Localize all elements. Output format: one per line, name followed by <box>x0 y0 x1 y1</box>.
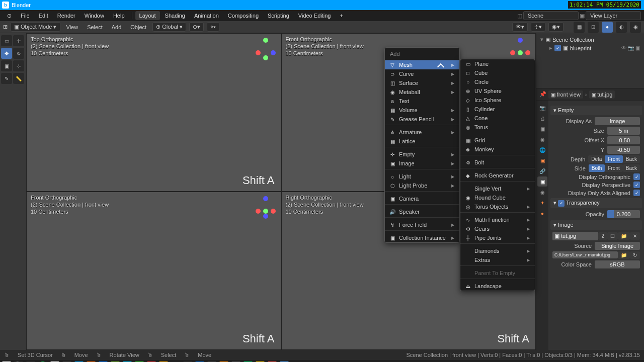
offset-x-field[interactable]: -0.50 <box>607 136 640 144</box>
menu-file[interactable]: File <box>17 11 34 20</box>
tab-particles[interactable]: ✦ <box>537 198 547 208</box>
tool-annotate[interactable]: ✎ <box>1 73 12 84</box>
nav-gizmo[interactable] <box>510 38 530 58</box>
gizmo-toggle[interactable]: ⊹▾ <box>531 22 545 32</box>
workspace-animation[interactable]: Animation <box>190 11 223 20</box>
panel-image[interactable]: ▾ Image <box>550 220 642 230</box>
workspace-add[interactable]: + <box>336 11 347 20</box>
viewport-top-left[interactable]: Top Orthographic (2) Scene Collection | … <box>26 33 281 192</box>
mesh-submenu-landscape[interactable]: ⛰Landscape <box>460 282 535 291</box>
depth-back[interactable]: Back <box>623 155 640 163</box>
open-image-button[interactable]: 📁 <box>618 232 630 240</box>
browse-button[interactable]: 📁 <box>618 251 630 259</box>
shading-preview[interactable]: ◐ <box>616 22 627 33</box>
panel-transparency[interactable]: ▾ ✓ Transparency <box>550 198 642 208</box>
mesh-submenu-cylinder[interactable]: ▯Cylinder <box>460 105 535 114</box>
add-menu-camera[interactable]: ▣Camera <box>385 194 459 203</box>
snap-toggle[interactable]: ⌖▾ <box>207 22 219 32</box>
tab-material[interactable]: ● <box>537 208 547 218</box>
tool-measure[interactable]: 📏 <box>13 73 24 84</box>
source-field[interactable]: Single Image <box>595 242 640 250</box>
mesh-submenu-uv-sphere[interactable]: ⊕UV Sphere <box>460 86 535 96</box>
breadcrumb-image[interactable]: ▣ tut.jpg <box>589 90 615 99</box>
mesh-submenu-monkey[interactable]: ☻Monkey <box>460 145 535 154</box>
collapse-icon[interactable]: ▾ <box>540 36 543 43</box>
side-both[interactable]: Both <box>589 164 605 172</box>
workspace-shading[interactable]: Shading <box>161 11 189 20</box>
tab-physics[interactable]: ◉ <box>537 187 547 197</box>
add-menu-volume[interactable]: ▦Volume▶ <box>385 106 459 115</box>
mesh-submenu-cube[interactable]: □Cube <box>460 68 535 77</box>
add-menu-image[interactable]: ▣Image▶ <box>385 159 459 168</box>
mesh-submenu-round-cube[interactable]: ◉Round Cube <box>460 193 535 202</box>
viewlayer-field[interactable]: View Layer <box>586 11 641 20</box>
add-menu-light[interactable]: ☼Light▶ <box>385 172 459 181</box>
mesh-submenu-cone[interactable]: △Cone <box>460 114 535 123</box>
orientation-selector[interactable]: ⊕ Global ▾ <box>152 22 186 32</box>
editor-type-icon[interactable]: ⊞ <box>3 24 8 30</box>
mesh-submenu-diamonds[interactable]: Diamonds▶ <box>460 246 535 255</box>
add-menu-surface[interactable]: ◫Surface▶ <box>385 78 459 87</box>
mesh-submenu-pipe-joints[interactable]: ┼Pipe Joints▶ <box>460 233 535 242</box>
tab-viewlayer[interactable]: ▣ <box>537 124 547 134</box>
tab-world[interactable]: 🌐 <box>537 145 547 155</box>
unlink-image-button[interactable]: ✕ <box>630 232 640 240</box>
blender-icon[interactable]: ⊙ <box>3 11 16 21</box>
shading-solid[interactable]: ● <box>602 22 613 33</box>
side-front[interactable]: Front <box>605 164 622 172</box>
menu-render[interactable]: Render <box>53 11 79 20</box>
mesh-submenu-bolt[interactable]: ⚙Bolt <box>460 158 535 167</box>
tab-scene[interactable]: ◉ <box>537 134 547 144</box>
offset-y-field[interactable]: -0.50 <box>607 146 640 154</box>
opacity-slider[interactable]: 0.200 <box>607 210 640 218</box>
display-ortho-check[interactable]: ✓ <box>633 173 640 180</box>
tab-output[interactable]: 🖨 <box>537 113 547 123</box>
workspace-layout[interactable]: Layout <box>135 11 160 20</box>
tab-constraints[interactable]: 🔗 <box>537 166 547 176</box>
tool-rotate[interactable]: ↻ <box>13 48 24 59</box>
add-menu-speaker[interactable]: 🔊Speaker <box>385 207 459 216</box>
header-add[interactable]: Add <box>109 23 125 31</box>
mesh-submenu-ico-sphere[interactable]: ◇Ico Sphere <box>460 96 535 105</box>
header-object[interactable]: Object <box>127 23 149 31</box>
menu-edit[interactable]: Edit <box>35 11 52 20</box>
add-menu-text[interactable]: aText <box>385 97 459 106</box>
visibility-toggle[interactable]: 👁▾ <box>512 22 528 32</box>
mesh-submenu-grid[interactable]: ▦Grid <box>460 136 535 145</box>
mesh-submenu-plane[interactable]: ▭Plane <box>460 59 535 68</box>
add-menu-lattice[interactable]: ▦Lattice <box>385 137 459 146</box>
mesh-submenu-torus[interactable]: ◎Torus <box>460 123 535 132</box>
depth-default[interactable]: Defa <box>588 155 605 163</box>
image-datablock[interactable]: ▣ tut.jpg <box>552 232 598 240</box>
add-menu-mesh[interactable]: ▽Mesh▶ <box>385 60 459 69</box>
add-menu-collection-instance[interactable]: ▣Collection Instance▶ <box>385 233 459 242</box>
tool-scale[interactable]: ▣ <box>1 60 12 71</box>
outliner-visibility-icons[interactable]: 👁 📷 ▣ <box>621 45 640 51</box>
viewport-bottom-left[interactable]: Front Orthographic (2) Scene Collection … <box>26 192 281 350</box>
pivot-selector[interactable]: ⊙▾ <box>189 22 204 32</box>
header-view[interactable]: View <box>63 23 82 31</box>
pin-icon[interactable]: 📌 <box>539 91 546 98</box>
side-back[interactable]: Back <box>623 164 640 172</box>
tool-move[interactable]: ✥ <box>1 48 12 59</box>
reload-button[interactable]: ↻ <box>630 251 640 259</box>
nav-gizmo[interactable] <box>256 196 276 216</box>
workspace-compositing[interactable]: Compositing <box>224 11 263 20</box>
outliner-scene-collection[interactable]: ▾ ▣ Scene Collection <box>538 35 642 44</box>
mesh-submenu-torus-objects[interactable]: ◎Torus Objects▶ <box>460 202 535 211</box>
header-select[interactable]: Select <box>84 23 106 31</box>
add-menu-curve[interactable]: ⊃Curve▶ <box>385 69 459 78</box>
shading-wireframe[interactable]: ⊡ <box>588 22 599 33</box>
mesh-submenu-math-function[interactable]: ∿Math Function▶ <box>460 215 535 224</box>
filepath-field[interactable]: C:\Users\Luw...r man\tut.jpg <box>552 251 618 258</box>
add-menu-metaball[interactable]: ◉Metaball▶ <box>385 87 459 97</box>
mesh-submenu-single-vert[interactable]: Single Vert▶ <box>460 184 535 193</box>
mesh-submenu-circle[interactable]: ○Circle <box>460 77 535 86</box>
add-menu-empty[interactable]: ✛Empty▶ <box>385 150 459 159</box>
add-menu-armature[interactable]: ⋔Armature▶ <box>385 128 459 137</box>
breadcrumb-object[interactable]: ▣ front view <box>548 90 583 99</box>
add-menu-force-field[interactable]: ↯Force Field▶ <box>385 220 459 229</box>
tool-cursor[interactable]: ✛ <box>13 35 24 46</box>
tab-render[interactable]: 📷 <box>537 103 547 113</box>
menu-window[interactable]: Window <box>80 11 108 20</box>
